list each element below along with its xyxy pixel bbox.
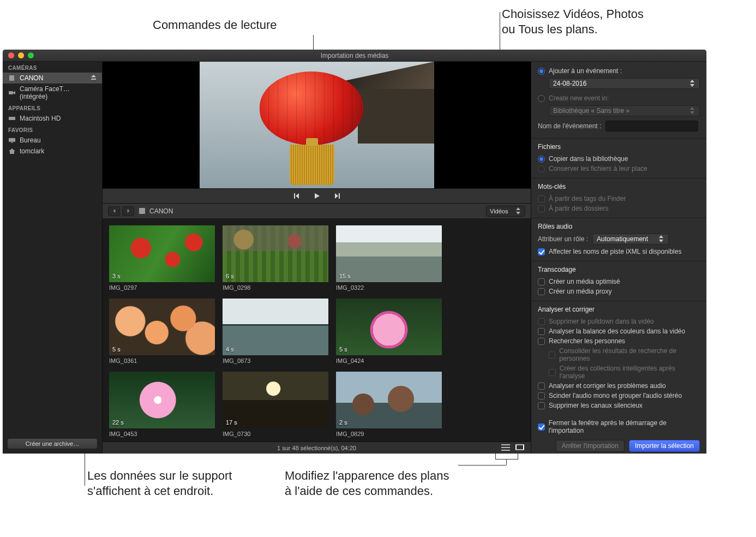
clip-item[interactable]: 3 sIMG_0297 [109,225,215,291]
clip-thumbnail[interactable]: 6 s [223,225,328,282]
clip-item[interactable]: 5 sIMG_0361 [109,299,215,364]
clip-duration: 6 s [226,273,234,279]
sidebar-item-canon[interactable]: CANON [3,73,102,83]
nav-forward-button[interactable] [122,206,134,216]
silent-channels-check-row[interactable]: Supprimer les canaux silencieux [538,401,700,410]
stop-import-button[interactable]: Arrêter l'importation [556,440,625,452]
event-select[interactable]: 24-08-2016 [549,78,700,89]
clip-thumbnail[interactable]: 2 s [336,372,442,428]
media-filter-select[interactable]: Vidéos [486,206,525,217]
proxy-checkbox[interactable] [538,288,545,295]
clip-item[interactable]: 6 sIMG_0298 [223,225,328,291]
close-after-label: Fermer la fenêtre après le démarrage de … [549,419,700,434]
sidebar-header-cameras: CAMÉRAS [3,62,102,73]
clip-name: IMG_0361 [109,355,215,364]
filmstrip-view-button[interactable] [515,444,524,452]
stepper-icon [516,207,521,215]
callout-line-appearance-v [506,460,507,465]
sidebar-item-macintosh-hd[interactable]: Macintosh HD [3,113,102,124]
prev-clip-button[interactable] [292,192,300,200]
audiofix-label: Analyser et corriger les problèmes audio [549,382,666,390]
people-check-row[interactable]: Rechercher les personnes [538,336,700,346]
pulldown-label: Supprimer le pulldown dans la vidéo [549,318,654,325]
eject-icon[interactable] [91,74,97,82]
create-new-event-radio-row[interactable]: Create new event in: [538,93,700,103]
play-button[interactable] [313,192,321,200]
folders-label: À partir des dossiers [549,205,608,212]
nav-back-button[interactable] [108,206,120,216]
clip-thumbnail[interactable]: 5 s [109,299,215,355]
svg-rect-8 [501,450,510,451]
optimized-label: Créer un média optimisé [549,278,620,285]
add-to-event-radio[interactable] [538,68,545,75]
audiofix-check-row[interactable]: Analyser et corriger les problèmes audio [538,381,700,391]
clip-thumbnail[interactable]: 4 s [223,299,328,355]
section-files-title: Fichiers [538,143,700,151]
clip-thumbnail[interactable]: 15 s [336,225,442,282]
section-analyze-title: Analyser et corriger [538,306,700,313]
clip-item[interactable]: 5 sIMG_0424 [336,299,442,364]
close-after-check-row[interactable]: Fermer la fenêtre après le démarrage de … [538,418,700,435]
sidebar-item-label: Caméra FaceT… (intégrée) [20,85,97,100]
desktop-icon [8,137,16,144]
minimize-window-button[interactable] [18,52,24,58]
clip-item[interactable]: 15 sIMG_0322 [336,225,442,291]
callout-line-appearance-h [458,465,506,466]
ixml-check-row[interactable]: Affecter les noms de piste iXML si dispo… [538,247,700,256]
clip-duration: 5 s [339,346,347,353]
optimized-checkbox[interactable] [538,278,545,285]
assign-role-select[interactable]: Automatiquement [592,234,669,244]
folders-check-row: À partir des dossiers [538,204,700,213]
clip-duration: 15 s [339,273,351,279]
close-after-checkbox[interactable] [538,423,545,431]
ixml-label: Affecter les noms de piste iXML si dispo… [549,248,681,255]
leave-in-place-radio-row[interactable]: Conserver les fichiers à leur place [538,164,700,174]
create-new-event-radio[interactable] [538,95,545,102]
status-bar: 1 sur 48 sélectionné(s), 04:20 [103,441,531,454]
clip-item[interactable]: 4 sIMG_0873 [223,299,328,364]
clip-name: IMG_0453 [109,428,215,437]
zoom-window-button[interactable] [28,52,34,58]
stepper-icon [690,107,695,115]
clip-duration: 4 s [226,346,234,353]
create-archive-button[interactable]: Créer une archive… [7,438,98,449]
clip-thumbnail[interactable]: 17 s [223,372,328,428]
finder-tags-checkbox [538,195,545,202]
sidebar-item-home[interactable]: tomclark [3,146,102,157]
sidebar-item-desktop[interactable]: Bureau [3,135,102,146]
list-view-button[interactable] [501,444,510,452]
balance-check-row[interactable]: Analyser la balance des couleurs dans la… [538,326,700,336]
clip-item[interactable]: 17 sIMG_0730 [223,372,328,437]
clip-thumbnail[interactable]: 5 s [336,299,442,355]
audiofix-checkbox[interactable] [538,383,545,390]
import-selection-button[interactable]: Importer la sélection [629,440,700,452]
copy-to-library-radio-row[interactable]: Copier dans la bibliothèque [538,154,700,164]
disk-icon [8,115,16,122]
people-checkbox[interactable] [538,338,545,345]
clip-thumbnail[interactable]: 22 s [109,372,215,428]
svg-rect-1 [9,91,13,94]
copy-to-library-label: Copier dans la bibliothèque [549,155,628,163]
clip-item[interactable]: 22 sIMG_0453 [109,372,215,437]
optimized-check-row[interactable]: Créer un média optimisé [538,277,700,287]
ixml-checkbox[interactable] [538,248,545,255]
clip-grid[interactable]: 3 sIMG_02976 sIMG_029815 sIMG_03225 sIMG… [103,219,531,441]
clip-thumbnail[interactable]: 3 s [109,225,215,282]
next-clip-button[interactable] [334,192,341,200]
balance-checkbox[interactable] [538,328,545,335]
add-to-event-radio-row[interactable]: Ajouter à un événement : [538,66,700,76]
silent-channels-checkbox[interactable] [538,402,545,409]
path-chip[interactable]: CANON [139,207,173,215]
annotation-media-2: s'affichent à cet endroit. [87,484,213,499]
close-window-button[interactable] [8,52,14,58]
split-audio-check-row[interactable]: Scinder l'audio mono et grouper l'audio … [538,391,700,401]
clip-duration: 5 s [112,346,121,353]
sidebar-item-facetime[interactable]: Caméra FaceT… (intégrée) [3,83,102,102]
svg-rect-7 [501,447,510,448]
copy-to-library-radio[interactable] [538,156,545,163]
event-name-input[interactable] [605,121,698,132]
clip-item[interactable]: 2 sIMG_0829 [336,372,442,437]
split-audio-checkbox[interactable] [538,392,545,399]
leave-in-place-label: Conserver les fichiers à leur place [549,165,647,172]
proxy-check-row[interactable]: Créer un média proxy [538,287,700,296]
